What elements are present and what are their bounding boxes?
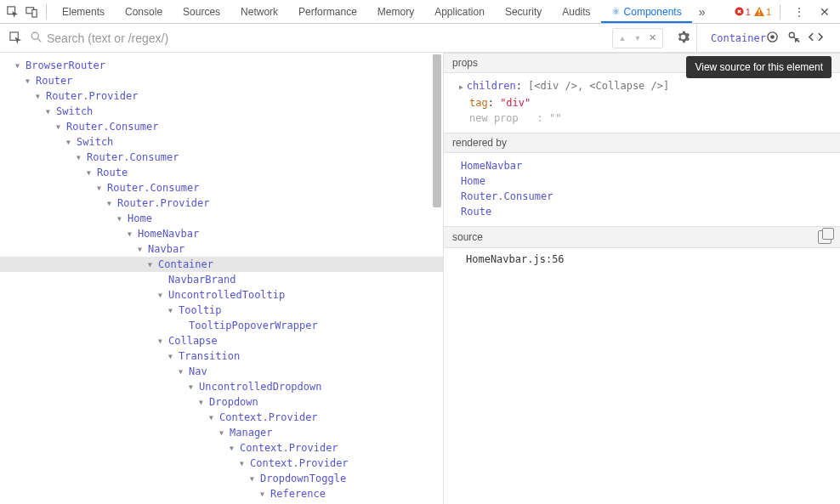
tree-node[interactable]: ▼Switch	[0, 134, 443, 150]
caret-down-icon[interactable]: ▼	[230, 445, 236, 452]
caret-down-icon[interactable]: ▼	[148, 261, 155, 269]
tree-node[interactable]: ▼Switch	[0, 104, 443, 119]
tab-application[interactable]: Application	[424, 1, 495, 23]
tree-node[interactable]: ▼Context.Provider	[0, 410, 443, 425]
caret-right-icon[interactable]: ▶	[459, 83, 463, 91]
tab-memory[interactable]: Memory	[367, 1, 424, 23]
tree-node[interactable]: ▼Dropdown	[0, 394, 443, 410]
tab-elements[interactable]: Elements	[52, 1, 115, 23]
search-down-icon[interactable]: ▼	[630, 31, 645, 46]
tab-components[interactable]: ⚛Components	[601, 1, 692, 23]
kebab-menu-icon[interactable]: ⋮	[789, 6, 809, 18]
tree-node[interactable]: ▼Route	[0, 165, 443, 180]
caret-down-icon[interactable]: ▼	[240, 460, 247, 467]
caret-down-icon[interactable]: ▼	[179, 368, 185, 376]
caret-down-icon[interactable]: ▼	[66, 139, 73, 146]
view-source-icon[interactable]	[809, 31, 823, 45]
scrollbar[interactable]	[433, 53, 441, 504]
caret-down-icon[interactable]: ▼	[250, 475, 257, 483]
caret-down-icon[interactable]: ▼	[199, 399, 206, 406]
caret-down-icon[interactable]: ▼	[138, 246, 145, 253]
tree-node-label: UncontrolledTooltip	[168, 289, 285, 301]
tree-node[interactable]: ▼Container	[0, 257, 443, 272]
tree-node[interactable]: ▼TooltipPopoverWrapper	[0, 318, 443, 333]
rendered-by-link[interactable]: Route	[461, 204, 831, 219]
tab-audits[interactable]: Audits	[552, 1, 600, 23]
tree-node[interactable]: ▼Home	[0, 211, 443, 226]
tree-node-label: DropdownToggle	[260, 473, 346, 484]
component-details-panel: props ▶children: [<div />, <Collapse />]…	[444, 53, 840, 504]
tab-performance[interactable]: Performance	[288, 1, 367, 23]
caret-down-icon[interactable]: ▼	[46, 108, 53, 116]
source-location[interactable]: HomeNavbar.js:56	[466, 253, 565, 265]
rendered-by-link[interactable]: HomeNavbar	[461, 158, 831, 173]
rendered-by-body: HomeNavbar Home Router.Consumer Route	[444, 153, 840, 226]
rendered-by-link[interactable]: Home	[461, 173, 831, 189]
tab-security[interactable]: Security	[495, 1, 552, 23]
suspend-icon[interactable]	[766, 31, 779, 46]
prop-row-tag[interactable]: tag: "div"	[459, 95, 831, 110]
tree-node[interactable]: ▼UncontrolledTooltip	[0, 287, 443, 303]
tree-node[interactable]: ▼Router	[0, 73, 443, 88]
caret-down-icon[interactable]: ▼	[158, 337, 165, 345]
search-clear-icon[interactable]: ✕	[645, 31, 661, 46]
caret-down-icon[interactable]: ▼	[260, 490, 267, 498]
tree-node-label: Context.Provider	[250, 457, 349, 469]
tree-node[interactable]: ▼Context.Provider	[0, 440, 443, 456]
tree-node[interactable]: ▼Router.Provider	[0, 195, 443, 211]
tree-node[interactable]: ▼UncontrolledDropdown	[0, 379, 443, 394]
tree-node[interactable]: ▼HomeNavbar	[0, 226, 443, 241]
tree-node-label: Context.Provider	[240, 442, 338, 454]
caret-down-icon[interactable]: ▼	[128, 230, 134, 238]
tree-node[interactable]: ▼Context.Provider	[0, 456, 443, 471]
close-devtools-icon[interactable]: ✕	[813, 5, 837, 19]
warning-badge[interactable]: 1	[754, 7, 771, 17]
inspect-matching-dom-icon[interactable]	[787, 31, 800, 46]
tree-node[interactable]: ▼Router.Consumer	[0, 119, 443, 134]
tab-network[interactable]: Network	[230, 1, 288, 23]
caret-down-icon[interactable]: ▼	[168, 307, 175, 314]
prop-row-new[interactable]: new prop : ""	[459, 110, 831, 126]
search-input[interactable]	[47, 31, 302, 45]
caret-down-icon[interactable]: ▼	[36, 93, 43, 100]
caret-down-icon[interactable]: ▼	[97, 184, 104, 192]
tree-node[interactable]: ▼Tooltip	[0, 303, 443, 318]
select-element-icon[interactable]	[7, 30, 24, 47]
error-badge[interactable]: 1	[735, 7, 751, 17]
search-up-icon[interactable]: ▲	[615, 31, 630, 46]
settings-gear-icon[interactable]	[672, 31, 695, 46]
tree-node[interactable]: ▼Router.Consumer	[0, 150, 443, 165]
tree-node[interactable]: ▼Nav	[0, 364, 443, 379]
caret-down-icon[interactable]: ▼	[209, 414, 216, 422]
tree-node[interactable]: ▼Router.Consumer	[0, 180, 443, 195]
tree-node-label: Manager	[230, 427, 273, 439]
rendered-by-link[interactable]: Router.Consumer	[461, 189, 831, 204]
caret-down-icon[interactable]: ▼	[219, 429, 226, 437]
caret-down-icon[interactable]: ▼	[15, 62, 22, 70]
caret-down-icon[interactable]: ▼	[107, 200, 114, 207]
tree-node[interactable]: ▼Collapse	[0, 333, 443, 348]
tree-node[interactable]: ▼NavbarBrand	[0, 272, 443, 287]
caret-down-icon[interactable]: ▼	[189, 383, 196, 391]
tree-node[interactable]: ▼BrowserRouter	[0, 58, 443, 73]
caret-down-icon[interactable]: ▼	[158, 292, 165, 299]
caret-down-icon[interactable]: ▼	[168, 353, 175, 360]
tree-node[interactable]: ▼Transition	[0, 348, 443, 364]
tab-sources[interactable]: Sources	[173, 1, 230, 23]
tree-node[interactable]: ▼Router.Provider	[0, 88, 443, 104]
tree-node[interactable]: ▼Manager	[0, 425, 443, 440]
tree-node[interactable]: ▼DropdownToggle	[0, 471, 443, 486]
inspect-element-icon[interactable]	[3, 3, 22, 21]
caret-down-icon[interactable]: ▼	[56, 123, 63, 131]
device-toggle-icon[interactable]	[22, 3, 41, 21]
caret-down-icon[interactable]: ▼	[77, 154, 83, 161]
tree-node[interactable]: ▼Navbar	[0, 241, 443, 257]
caret-down-icon[interactable]: ▼	[87, 169, 94, 177]
tree-node[interactable]: ▼Reference	[0, 486, 443, 501]
tabs-overflow-button[interactable]: »	[692, 5, 712, 19]
caret-down-icon[interactable]: ▼	[117, 215, 124, 223]
prop-row-children[interactable]: ▶children: [<div />, <Collapse />]	[459, 78, 831, 95]
copy-icon[interactable]	[818, 230, 831, 244]
caret-down-icon[interactable]: ▼	[26, 77, 32, 85]
tab-console[interactable]: Console	[115, 1, 173, 23]
